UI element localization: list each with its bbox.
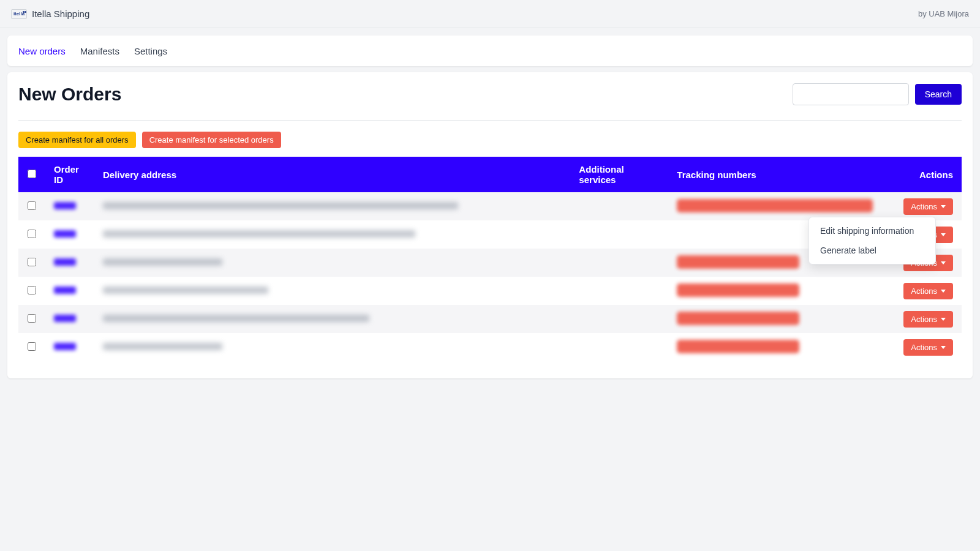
- brand: itella Itella Shipping: [11, 9, 89, 19]
- col-tracking-numbers: Tracking numbers: [668, 157, 895, 192]
- additional-services-cell: [570, 220, 668, 249]
- col-order-id: Order ID: [45, 157, 94, 192]
- delivery-address-blurred: [103, 230, 415, 238]
- tabs: New orders Manifests Settings: [7, 36, 973, 66]
- row-actions-label: Actions: [911, 315, 937, 324]
- row-checkbox[interactable]: [28, 258, 36, 266]
- row-checkbox[interactable]: [28, 286, 36, 294]
- delivery-address-blurred: [103, 258, 222, 266]
- col-additional-services: Additional services: [570, 157, 668, 192]
- row-checkbox[interactable]: [28, 314, 36, 323]
- tab-new-orders[interactable]: New orders: [18, 46, 66, 56]
- table-row: Actions: [18, 305, 962, 333]
- actions-dropdown: Edit shipping information Generate label: [809, 217, 936, 264]
- tracking-badge-blurred: [677, 255, 799, 269]
- tracking-badge-blurred: [677, 283, 799, 297]
- order-id-blurred[interactable]: [54, 230, 76, 238]
- table-row: Actions: [18, 277, 962, 305]
- order-id-blurred[interactable]: [54, 343, 76, 350]
- row-checkbox[interactable]: [28, 230, 36, 238]
- tracking-badge-blurred: [677, 340, 799, 353]
- row-actions-label: Actions: [911, 202, 937, 211]
- row-actions-label: Actions: [911, 343, 937, 352]
- delivery-address-blurred: [103, 287, 268, 294]
- caret-down-icon: [941, 233, 946, 236]
- dropdown-edit-shipping[interactable]: Edit shipping information: [809, 221, 935, 241]
- row-actions-button[interactable]: Actions: [903, 283, 953, 299]
- tracking-badge-blurred: [677, 199, 873, 212]
- caret-down-icon: [941, 261, 946, 264]
- caret-down-icon: [941, 290, 946, 293]
- caret-down-icon: [941, 346, 946, 349]
- delivery-address-blurred: [103, 315, 369, 322]
- select-all-checkbox[interactable]: [28, 170, 36, 178]
- search-button[interactable]: Search: [915, 84, 962, 105]
- brand-logo-icon: itella: [11, 9, 27, 19]
- table-row: Actions: [18, 333, 962, 361]
- caret-down-icon: [941, 318, 946, 321]
- order-id-blurred[interactable]: [54, 202, 76, 209]
- row-actions-button[interactable]: Actions: [903, 198, 953, 215]
- search-group: Search: [793, 83, 962, 105]
- tab-settings[interactable]: Settings: [134, 46, 167, 56]
- main-card: New Orders Search Create manifest for al…: [7, 72, 973, 378]
- additional-services-cell: [570, 192, 668, 220]
- row-actions-button[interactable]: Actions: [903, 311, 953, 328]
- row-actions-label: Actions: [911, 287, 937, 296]
- col-delivery-address: Delivery address: [94, 157, 570, 192]
- divider: [18, 120, 962, 121]
- delivery-address-blurred: [103, 343, 222, 350]
- page-title: New Orders: [18, 84, 121, 105]
- create-manifest-all-button[interactable]: Create manifest for all orders: [18, 132, 136, 148]
- tracking-badge-blurred: [677, 312, 799, 325]
- tab-manifests[interactable]: Manifests: [80, 46, 119, 56]
- row-actions-button[interactable]: Actions: [903, 339, 953, 356]
- brand-title: Itella Shipping: [32, 9, 89, 19]
- order-id-blurred[interactable]: [54, 315, 76, 322]
- byline: by UAB Mijora: [918, 9, 969, 18]
- additional-services-cell: [570, 333, 668, 361]
- row-checkbox[interactable]: [28, 201, 36, 210]
- search-input[interactable]: [793, 83, 909, 105]
- additional-services-cell: [570, 249, 668, 277]
- row-checkbox[interactable]: [28, 342, 36, 351]
- order-id-blurred[interactable]: [54, 258, 76, 266]
- dropdown-generate-label[interactable]: Generate label: [809, 241, 935, 260]
- caret-down-icon: [941, 205, 946, 208]
- delivery-address-blurred: [103, 202, 458, 209]
- create-manifest-selected-button[interactable]: Create manifest for selected orders: [142, 132, 281, 148]
- additional-services-cell: [570, 277, 668, 305]
- order-id-blurred[interactable]: [54, 287, 76, 294]
- topbar: itella Itella Shipping by UAB Mijora: [0, 0, 980, 28]
- additional-services-cell: [570, 305, 668, 333]
- col-actions: Actions: [895, 157, 962, 192]
